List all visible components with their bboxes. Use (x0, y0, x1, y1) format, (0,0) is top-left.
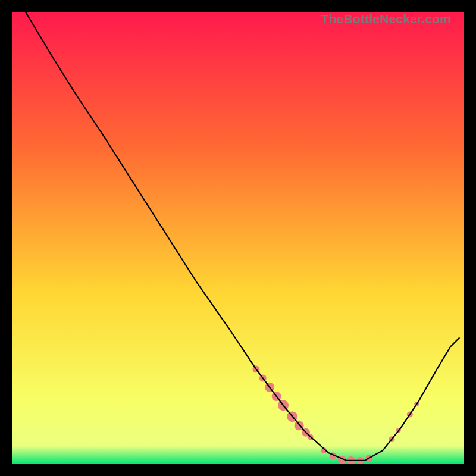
chart-frame: TheBottleNecker.com (12, 12, 464, 464)
watermark-text: TheBottleNecker.com (321, 12, 451, 26)
chart-background (12, 12, 464, 464)
chart-plot (12, 12, 464, 464)
